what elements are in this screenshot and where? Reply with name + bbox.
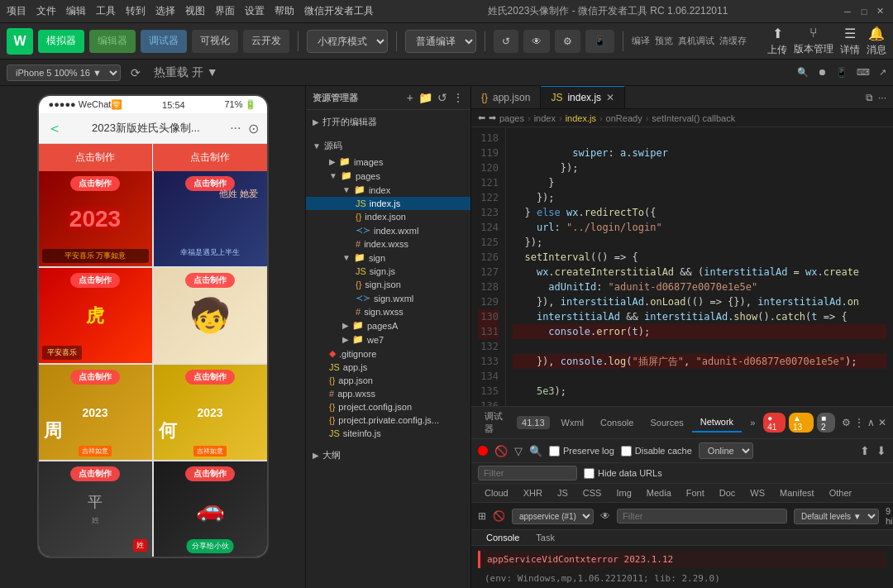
header-btn-2[interactable]: 点击制作 — [153, 144, 267, 171]
message-button[interactable]: 🔔 消息 — [867, 26, 886, 57]
type-tab-img[interactable]: Img — [609, 486, 638, 500]
type-tab-ws[interactable]: WS — [743, 486, 771, 500]
grid-cell-5[interactable]: 点击制作 2023 周 吉祥如意 — [39, 365, 152, 460]
debug-collapse-icon[interactable]: ∧ — [867, 417, 875, 428]
compile-select[interactable]: 普通编译 — [405, 30, 476, 53]
menu-settings[interactable]: 设置 — [245, 4, 265, 18]
import-icon[interactable]: ⬆ — [860, 444, 870, 457]
breadcrumb-nav-forward[interactable]: ➡ — [489, 112, 496, 123]
refresh-button[interactable]: ↺ — [494, 30, 518, 53]
grid-cell-6[interactable]: 点击制作 2023 何 吉祥如意 — [154, 365, 267, 460]
grid-cell-4[interactable]: 点击制作 🧒 — [154, 268, 267, 363]
tree-siteinfo[interactable]: JS siteinfo.js — [306, 427, 470, 440]
settings2-button[interactable]: ⚙ — [555, 30, 580, 53]
phone-icon[interactable]: 📱 — [836, 67, 848, 77]
filter-input[interactable] — [478, 466, 577, 480]
menu-view[interactable]: 视图 — [185, 4, 205, 18]
code-content[interactable]: swiper: a.swiper }); } }); } else wx.red… — [506, 127, 893, 406]
editor-button[interactable]: 编辑器 — [89, 30, 136, 53]
version-button[interactable]: ⑂ 版本管理 — [794, 26, 833, 56]
grid-cell-8[interactable]: 点击制作 🚗 分享给小伙 — [154, 461, 267, 557]
window-controls[interactable]: ─ □ ✕ — [842, 6, 886, 17]
type-tab-js[interactable]: JS — [551, 486, 575, 500]
type-tab-manifest[interactable]: Manifest — [773, 486, 821, 500]
menu-edit[interactable]: 编辑 — [66, 4, 86, 18]
refresh-explorer-icon[interactable]: ↺ — [437, 91, 447, 104]
tree-index-wxss[interactable]: # index.wxss — [306, 237, 470, 251]
tab-close-icon[interactable]: ✕ — [606, 92, 614, 103]
tree-gitignore[interactable]: ◆ .gitignore — [306, 347, 470, 361]
more-editor-icon[interactable]: ··· — [878, 92, 886, 103]
camera-icon[interactable]: ⊙ — [248, 121, 259, 136]
eye-icon[interactable]: 👁 — [600, 510, 610, 522]
hide-data-label[interactable]: Hide data URLs — [584, 468, 662, 479]
tree-sign-wxml[interactable]: ≺≻ sign.wxml — [306, 291, 470, 305]
console-ban-icon[interactable]: 🚫 — [493, 510, 505, 522]
preview-button[interactable]: 👁 — [523, 30, 550, 53]
upload-button[interactable]: ⬆ 上传 — [767, 26, 787, 57]
grid-cell-2[interactable]: 点击制作 他姓 她爱 幸福是遇见上半生 — [154, 171, 267, 266]
back-button[interactable]: ＜ — [47, 118, 62, 138]
debug-close-icon[interactable]: ✕ — [878, 417, 886, 428]
search-network-icon[interactable]: 🔍 — [529, 445, 542, 457]
menu-help[interactable]: 帮助 — [275, 4, 294, 18]
menu-select[interactable]: 选择 — [155, 4, 175, 18]
device-select[interactable]: iPhone 5 100% 16 ▼ — [7, 65, 121, 81]
console-subtab-task[interactable]: Task — [528, 530, 563, 545]
tree-we7[interactable]: ▶ 📁 we7 — [306, 332, 470, 347]
console-subtab-console[interactable]: Console — [478, 530, 528, 545]
header-btn-1[interactable]: 点击制作 — [39, 144, 154, 171]
tree-index-folder[interactable]: ▼ 📁 index — [306, 183, 470, 197]
type-tab-xhr[interactable]: XHR — [517, 486, 549, 500]
details-button[interactable]: ☰ 详情 — [840, 26, 860, 57]
new-folder-icon[interactable]: 📁 — [418, 91, 432, 104]
debug-tab-wxml[interactable]: Wxml — [553, 414, 593, 432]
type-tab-css[interactable]: CSS — [576, 486, 609, 500]
debug-more-icon[interactable]: ⋮ — [854, 417, 864, 428]
minimize-button[interactable]: ─ — [842, 6, 853, 17]
export-icon[interactable]: ⬇ — [876, 444, 886, 457]
record-button[interactable] — [478, 446, 488, 456]
search-icon[interactable]: 🔍 — [797, 67, 809, 77]
outline-header[interactable]: ▶ 大纲 — [306, 447, 470, 464]
tree-pages[interactable]: ▼ 📁 pages — [306, 169, 470, 183]
menu-tools[interactable]: 工具 — [96, 4, 116, 18]
tree-app-js[interactable]: JS app.js — [306, 361, 470, 374]
filter-icon[interactable]: ▽ — [514, 445, 523, 457]
tree-index-wxml[interactable]: ≺≻ index.wxml — [306, 223, 470, 237]
tab-index-js[interactable]: JS index.js ✕ — [541, 86, 625, 108]
tree-sign-wxss[interactable]: # sign.wxss — [306, 305, 470, 318]
menu-goto[interactable]: 转到 — [126, 4, 146, 18]
collapse-icon[interactable]: ⋮ — [452, 91, 464, 104]
tree-app-wxss[interactable]: # app.wxss — [306, 387, 470, 400]
debug-settings-icon[interactable]: ⚙ — [842, 417, 851, 428]
explorer-icons[interactable]: + 📁 ↺ ⋮ — [407, 91, 464, 104]
tree-app-json[interactable]: {} app.json — [306, 374, 470, 387]
clear-log-icon[interactable]: 🚫 — [494, 445, 508, 457]
tree-pagesA[interactable]: ▶ 📁 pagesA — [306, 318, 470, 332]
tree-sign-json[interactable]: {} sign.json — [306, 278, 470, 291]
type-tab-doc[interactable]: Doc — [713, 486, 743, 500]
appservice-select[interactable]: appservice (#1) — [512, 509, 594, 524]
tree-sign-folder[interactable]: ▼ 📁 sign — [306, 251, 470, 265]
new-file-icon[interactable]: + — [407, 91, 413, 104]
qr-button[interactable]: 📱 — [585, 30, 614, 53]
code-icon[interactable]: ⌨ — [857, 67, 870, 77]
tab-app-json[interactable]: {} app.json — [471, 86, 541, 108]
hide-data-checkbox[interactable] — [584, 468, 595, 479]
cloud-button[interactable]: 云开发 — [243, 30, 289, 53]
type-tab-other[interactable]: Other — [823, 486, 859, 500]
debug-tab-more[interactable]: » — [742, 414, 763, 432]
debug-tab-console[interactable]: Console — [592, 414, 642, 432]
type-tab-cloud[interactable]: Cloud — [478, 486, 515, 500]
grid-cell-3[interactable]: 点击制作 虎 平安喜乐 — [39, 268, 152, 363]
share-icon[interactable]: ↗ — [879, 67, 886, 77]
more-icon[interactable]: ··· — [230, 121, 241, 136]
tree-project-private[interactable]: {} project.private.config.js... — [306, 414, 470, 427]
console-level-select[interactable]: Default levels ▼ — [794, 509, 879, 524]
source-header[interactable]: ▼ 源码 — [306, 137, 470, 155]
online-select[interactable]: Online — [699, 442, 753, 459]
grid-cell-1[interactable]: 点击制作 2023 平安喜乐 万事如意 — [39, 171, 152, 266]
visualize-button[interactable]: 可视化 — [192, 30, 238, 53]
rotate-icon[interactable]: ⟳ — [127, 65, 144, 81]
